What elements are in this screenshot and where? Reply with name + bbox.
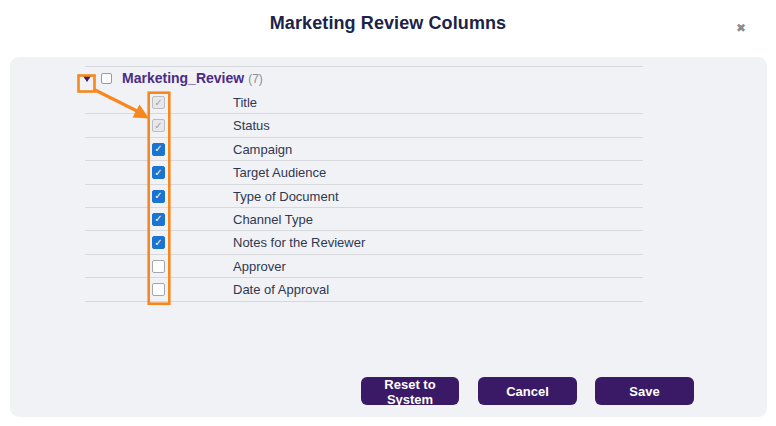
column-row: Date of Approval [85,278,643,301]
group-name: Marketing_Review(7) [122,70,263,86]
column-row: Campaign [85,138,643,161]
column-checkbox[interactable] [152,236,165,249]
group-count: (7) [248,72,263,86]
column-label: Target Audience [233,161,326,184]
column-label: Title [233,91,257,114]
column-checkbox[interactable] [152,166,165,179]
save-button[interactable]: Save [595,377,694,405]
column-label: Approver [233,255,286,278]
caret-down-glyph [83,76,91,82]
column-checkbox [152,119,165,132]
column-checkbox[interactable] [152,260,165,273]
group-header-row: Marketing_Review(7) [85,67,643,91]
collapse-caret-icon[interactable] [79,71,94,86]
page-title: Marketing Review Columns [0,13,776,34]
column-rows: Title Status Campaign Target Audience Ty… [85,91,643,302]
columns-table: Marketing_Review(7) Title Status Campaig… [85,66,643,302]
column-label: Status [233,114,270,137]
cancel-button[interactable]: Cancel [478,377,577,405]
column-label: Campaign [233,138,292,161]
column-checkbox [152,96,165,109]
column-checkbox[interactable] [152,283,165,296]
column-row: Notes for the Reviewer [85,231,643,254]
column-checkbox[interactable] [152,190,165,203]
column-row: Target Audience [85,161,643,184]
column-label: Type of Document [233,185,339,208]
columns-panel: Marketing_Review(7) Title Status Campaig… [10,57,767,417]
column-row: Status [85,114,643,137]
column-label: Notes for the Reviewer [233,231,365,254]
select-all-checkbox[interactable] [101,73,112,84]
column-row: Approver [85,255,643,278]
column-checkbox[interactable] [152,143,165,156]
column-label: Date of Approval [233,278,329,301]
column-row: Title [85,91,643,114]
close-icon[interactable]: ✖ [730,17,752,39]
column-label: Channel Type [233,208,313,231]
column-row: Type of Document [85,185,643,208]
column-row: Channel Type [85,208,643,231]
reset-to-system-button[interactable]: Reset to System [361,377,459,405]
column-checkbox[interactable] [152,213,165,226]
